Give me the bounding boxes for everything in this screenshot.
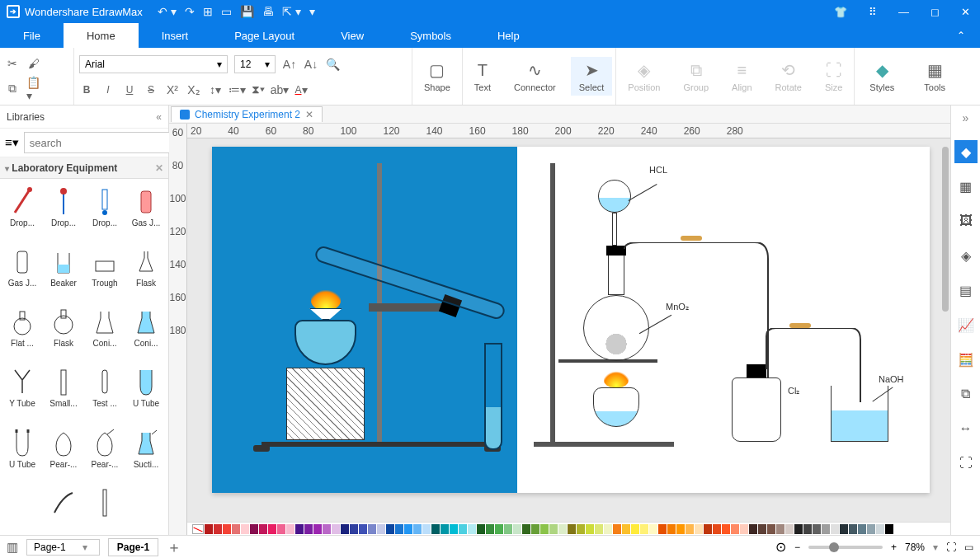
color-swatch[interactable] <box>658 524 667 534</box>
fullscreen-icon[interactable]: ⛶ <box>954 452 978 475</box>
tab-close-icon[interactable]: ✕ <box>305 109 313 120</box>
shape-stencil[interactable] <box>3 484 41 532</box>
library-picker-icon[interactable]: ≡▾ <box>5 135 19 150</box>
color-swatch[interactable] <box>840 524 848 534</box>
outline-icon[interactable]: ▥ <box>7 540 18 555</box>
color-swatch[interactable] <box>504 524 512 534</box>
clipart-icon[interactable]: ⧉ <box>954 382 978 406</box>
shape-stencil[interactable]: Drop... <box>86 182 124 239</box>
color-swatch[interactable] <box>286 524 294 534</box>
shape-stencil[interactable]: Test ... <box>86 363 124 420</box>
save-icon[interactable]: 💾 <box>240 5 254 18</box>
new-icon[interactable]: ⊞ <box>203 5 213 18</box>
redo-icon[interactable]: ↷ <box>185 5 195 18</box>
color-swatch[interactable] <box>359 524 367 534</box>
shape-stencil[interactable]: Drop... <box>45 182 82 239</box>
color-swatch[interactable] <box>341 524 349 534</box>
collapse-ribbon-icon[interactable]: ⌃ <box>957 30 965 41</box>
layers-icon[interactable]: ◈ <box>954 244 978 267</box>
color-swatch[interactable] <box>441 524 449 534</box>
position-button[interactable]: ◈Position <box>620 57 668 96</box>
shape-stencil[interactable]: Flask <box>127 242 165 299</box>
color-swatch[interactable] <box>259 524 267 534</box>
shape-stencil[interactable]: Beaker <box>45 242 82 299</box>
hyperlink-icon[interactable]: ↔ <box>954 417 978 440</box>
color-swatch[interactable] <box>758 524 766 534</box>
library-close-icon[interactable]: ✕ <box>155 162 163 174</box>
cut-icon[interactable]: ✂ <box>5 56 20 71</box>
more-icon[interactable]: ▾ <box>309 5 315 18</box>
color-swatch[interactable] <box>486 524 494 534</box>
color-swatch[interactable] <box>368 524 376 534</box>
color-swatch[interactable] <box>885 524 893 534</box>
shape-stencil[interactable]: Pear-... <box>45 424 82 481</box>
select-button[interactable]: ➤Select <box>571 57 613 96</box>
color-swatch[interactable] <box>350 524 358 534</box>
color-swatch[interactable] <box>695 524 703 534</box>
color-swatch[interactable] <box>531 524 539 534</box>
color-swatch[interactable] <box>631 524 639 534</box>
bold-icon[interactable]: B <box>79 82 94 97</box>
no-fill-swatch[interactable] <box>192 524 204 534</box>
color-swatch[interactable] <box>386 524 394 534</box>
color-swatch[interactable] <box>676 524 685 534</box>
italic-icon[interactable]: I <box>101 82 115 97</box>
grid-icon[interactable]: ▦ <box>954 175 978 198</box>
color-swatch[interactable] <box>767 524 775 534</box>
color-swatch[interactable] <box>549 524 558 534</box>
color-swatch[interactable] <box>586 524 594 534</box>
size-button[interactable]: ⛶Size <box>817 58 850 96</box>
menu-page-layout[interactable]: Page Layout <box>211 23 318 48</box>
menu-symbols[interactable]: Symbols <box>387 23 474 48</box>
color-swatch[interactable] <box>649 524 657 534</box>
format-painter-icon[interactable]: 🖌 <box>26 56 41 71</box>
zoom-slider[interactable] <box>808 546 883 549</box>
library-section-header[interactable]: ▾ Laboratory Equipment ✕ <box>0 157 168 179</box>
text-button[interactable]: TText <box>466 58 499 96</box>
color-swatch[interactable] <box>722 524 730 534</box>
color-swatch[interactable] <box>785 524 794 534</box>
shape-stencil[interactable]: Flask <box>45 302 82 359</box>
color-swatch[interactable] <box>450 524 458 534</box>
align-button[interactable]: ≡Align <box>723 58 760 96</box>
shape-stencil[interactable]: Coni... <box>127 302 165 359</box>
color-swatch[interactable] <box>604 524 612 534</box>
color-swatch[interactable] <box>595 524 603 534</box>
add-page-icon[interactable]: ＋ <box>167 537 181 557</box>
color-swatch[interactable] <box>395 524 403 534</box>
apps-icon[interactable]: ⠿ <box>865 4 880 20</box>
color-swatch[interactable] <box>686 524 694 534</box>
shape-stencil[interactable]: Flat ... <box>3 302 41 359</box>
menu-view[interactable]: View <box>318 23 387 48</box>
color-swatch[interactable] <box>713 524 721 534</box>
drawing-page[interactable]: HCL MnO₂ <box>212 147 930 493</box>
canvas[interactable]: HCL MnO₂ <box>187 138 950 522</box>
color-swatch[interactable] <box>431 524 440 534</box>
color-swatch[interactable] <box>894 524 902 534</box>
color-swatch[interactable] <box>268 524 276 534</box>
tools-button[interactable]: ▦Tools <box>916 57 954 96</box>
color-swatch[interactable] <box>731 524 739 534</box>
color-swatch[interactable] <box>304 524 313 534</box>
text-case-icon[interactable]: ab▾ <box>272 82 287 97</box>
menu-insert[interactable]: Insert <box>139 23 212 48</box>
styles-button[interactable]: ◆Styles <box>861 57 902 96</box>
chart-icon[interactable]: 📈 <box>954 313 978 336</box>
right-collapse-icon[interactable]: » <box>963 107 969 129</box>
color-swatch[interactable] <box>577 524 585 534</box>
menu-help[interactable]: Help <box>474 23 543 48</box>
shape-stencil[interactable]: U Tube <box>3 424 41 481</box>
color-swatch[interactable] <box>876 524 884 534</box>
color-swatch[interactable] <box>513 524 521 534</box>
color-swatch[interactable] <box>477 524 485 534</box>
color-swatch[interactable] <box>831 524 839 534</box>
group-button[interactable]: ⧉Group <box>675 58 717 96</box>
shape-stencil[interactable]: Y Tube <box>3 363 41 420</box>
strike-icon[interactable]: S <box>144 82 158 97</box>
color-swatch[interactable] <box>413 524 422 534</box>
color-swatch[interactable] <box>740 524 748 534</box>
zoom-in-icon[interactable]: + <box>891 542 897 553</box>
play-icon[interactable]: ⊙ <box>775 539 786 555</box>
fit-page-icon[interactable]: ⛶ <box>946 542 956 553</box>
zoom-out-icon[interactable]: − <box>794 542 800 553</box>
